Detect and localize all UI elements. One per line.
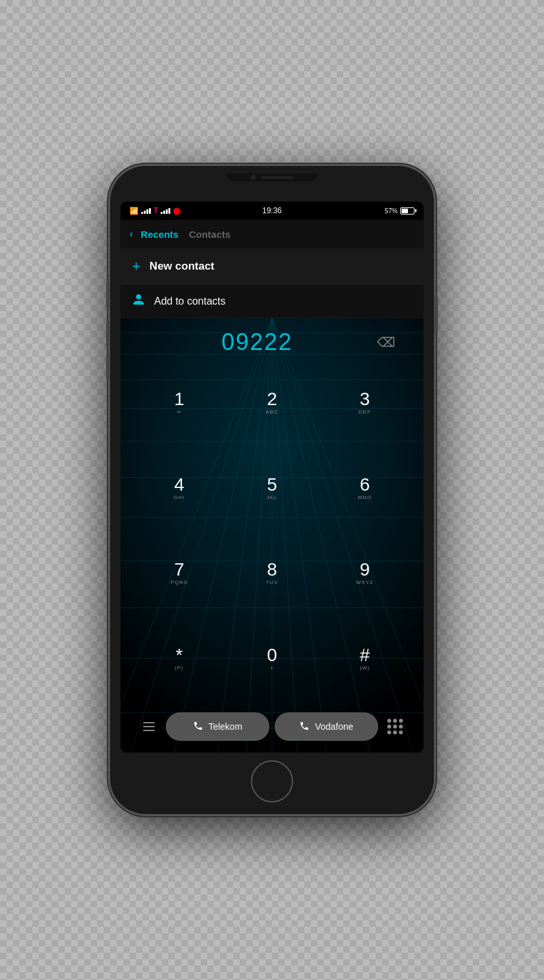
- phone-notch: [227, 174, 317, 181]
- battery-icon: [400, 207, 414, 215]
- dp-dot-1: [387, 719, 391, 723]
- telekom-call-label: Telekom: [209, 721, 242, 732]
- key-letters-9: (P): [175, 665, 184, 671]
- key-letters-2: DEF: [359, 409, 371, 415]
- dialer-area: 09222 ⌫ 1 ∞ 2 ABC 3 DEF 4 GHI 5 JKL 6 MN…: [120, 318, 424, 752]
- signal-bars-sim2: [161, 208, 170, 214]
- camera-dot: [251, 175, 256, 180]
- page-wrapper: 📶 T: [0, 0, 544, 980]
- key-digit-11: #: [360, 646, 370, 664]
- phone-screen: 📶 T: [120, 202, 424, 752]
- dialed-number: 09222: [146, 329, 368, 356]
- telekom-call-button[interactable]: Telekom: [166, 712, 269, 741]
- key-letters-7: TUV: [266, 579, 278, 586]
- tab-recents[interactable]: Recents: [135, 226, 183, 242]
- telekom-logo: T: [153, 206, 158, 215]
- key-6[interactable]: 6 MNO: [319, 447, 411, 531]
- key-letters-4: JKL: [267, 495, 278, 501]
- status-time: 19:36: [262, 206, 282, 215]
- number-display: 09222 ⌫: [120, 318, 424, 361]
- menu-icon[interactable]: [137, 715, 161, 738]
- nav-bar: ‹ Recents Contacts: [120, 220, 424, 248]
- key-9[interactable]: 9 WXYZ: [319, 531, 411, 616]
- dp-dot-8: [393, 730, 397, 734]
- key-letters-3: GHI: [174, 495, 185, 501]
- home-button[interactable]: [251, 760, 293, 802]
- dp-dot-5: [393, 725, 397, 729]
- key-1[interactable]: 1 ∞: [133, 361, 225, 445]
- battery-fill: [402, 209, 408, 213]
- call-icon-telekom: [193, 721, 203, 733]
- key-letters-1: ABC: [266, 409, 278, 415]
- dp-dot-7: [387, 730, 391, 734]
- add-contacts-row[interactable]: Add to contacts: [120, 285, 424, 318]
- vodafone-call-button[interactable]: Vodafone: [275, 712, 378, 741]
- key-letters-0: ∞: [177, 409, 181, 415]
- dp-dot-6: [399, 725, 403, 729]
- speaker-grille: [261, 176, 293, 179]
- key-digit-9: *: [176, 646, 183, 664]
- status-bar: 📶 T: [120, 202, 424, 220]
- battery-percent: 57%: [385, 207, 398, 215]
- nav-tabs: Recents Contacts: [135, 226, 414, 242]
- key-letters-11: (W): [359, 665, 370, 671]
- key-digit-2: 3: [360, 390, 370, 408]
- wifi-icon: 📶: [130, 207, 139, 215]
- person-icon: [132, 293, 145, 309]
- back-button[interactable]: ‹: [130, 228, 133, 240]
- key-digit-8: 9: [360, 561, 370, 579]
- key-letters-10: +: [270, 665, 274, 671]
- key-4[interactable]: 4 GHI: [133, 447, 225, 531]
- signal-bars-sim1: [141, 208, 151, 214]
- add-contacts-label: Add to contacts: [154, 296, 225, 307]
- status-left: 📶 T: [130, 206, 181, 215]
- dp-dot-2: [393, 719, 397, 723]
- call-icon-vodafone: [299, 721, 310, 733]
- backspace-button[interactable]: ⌫: [374, 331, 398, 354]
- key-digit-0: 1: [174, 390, 185, 408]
- key-digit-10: 0: [267, 646, 277, 664]
- key-digit-5: 6: [360, 476, 370, 494]
- new-contact-row[interactable]: + New contact: [120, 248, 424, 285]
- menu-line-3: [143, 730, 155, 731]
- key-letters-6: PQRS: [170, 579, 188, 586]
- menu-line-2: [143, 726, 155, 727]
- key-digit-6: 7: [174, 561, 185, 579]
- vodafone-call-label: Vodafone: [315, 721, 353, 732]
- tab-contacts[interactable]: Contacts: [184, 226, 236, 242]
- key-digit-1: 2: [267, 390, 277, 408]
- key-*[interactable]: * (P): [133, 617, 225, 701]
- dialpad-icon[interactable]: [383, 715, 407, 738]
- key-3[interactable]: 3 DEF: [319, 361, 411, 445]
- plus-icon: +: [132, 259, 141, 274]
- dp-dot-9: [399, 730, 403, 734]
- keypad: 1 ∞ 2 ABC 3 DEF 4 GHI 5 JKL 6 MNO 7 PQRS…: [120, 361, 424, 707]
- key-7[interactable]: 7 PQRS: [133, 531, 225, 616]
- status-right: 57%: [385, 207, 414, 215]
- menu-line-1: [143, 722, 155, 723]
- bottom-bar: Telekom Vodafone: [120, 707, 424, 752]
- key-digit-3: 4: [174, 476, 185, 494]
- key-#[interactable]: # (W): [319, 617, 411, 701]
- key-5[interactable]: 5 JKL: [226, 447, 317, 531]
- phone-shell: 📶 T: [110, 166, 434, 814]
- key-2[interactable]: 2 ABC: [226, 361, 317, 445]
- key-digit-4: 5: [267, 476, 277, 494]
- new-contact-label: New contact: [150, 260, 214, 273]
- key-8[interactable]: 8 TUV: [226, 531, 317, 616]
- dp-dot-4: [387, 725, 391, 729]
- key-0[interactable]: 0 +: [226, 617, 317, 701]
- vodafone-logo: ⬤: [173, 207, 181, 215]
- key-letters-5: MNO: [357, 495, 372, 501]
- dp-dot-3: [399, 719, 403, 723]
- key-digit-7: 8: [267, 561, 277, 579]
- key-letters-8: WXYZ: [356, 579, 374, 586]
